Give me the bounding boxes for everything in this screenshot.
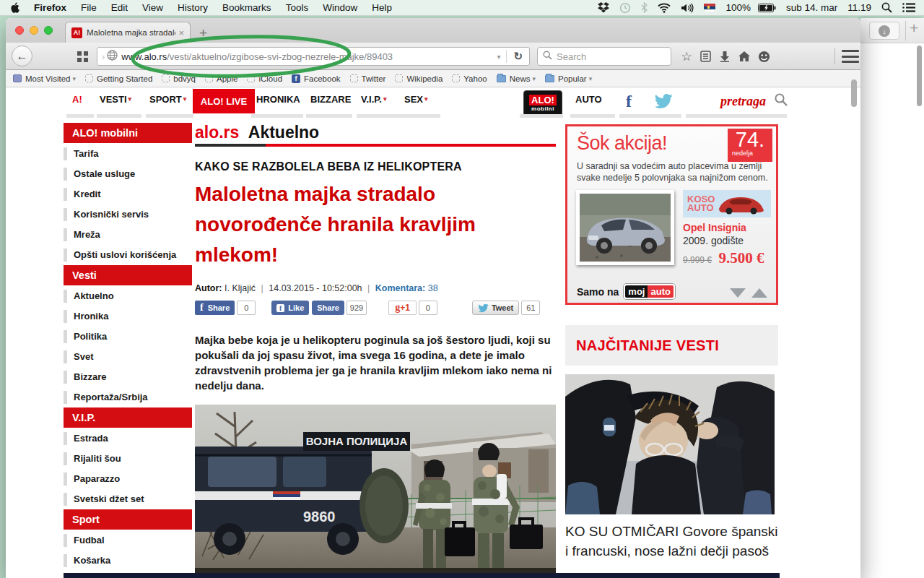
bookmark-getting-started[interactable]: Getting Started — [85, 74, 152, 83]
sitenav-sport[interactable]: SPORT▾ — [149, 94, 186, 105]
sitenav-vesti[interactable]: VESTI▾ — [100, 94, 131, 105]
sidebar-item-ostale-usluge[interactable]: Ostale usluge — [64, 164, 192, 184]
menubar-view[interactable]: View — [135, 2, 170, 13]
breadcrumb-site[interactable]: alo.rs — [195, 123, 239, 142]
bookmark-wikipedia[interactable]: Wikipedia — [395, 74, 443, 83]
breadcrumb-section[interactable]: Aktuelno — [248, 123, 319, 142]
sidebar-header-vesti[interactable]: Vesti — [64, 265, 192, 285]
sidebar-item-politika[interactable]: Politika — [64, 327, 192, 347]
sitenav-hronika[interactable]: HRONIKA — [256, 94, 300, 105]
facebook-like-button[interactable]: fLike — [271, 301, 309, 315]
facebook-icon[interactable]: f — [626, 92, 642, 111]
bookmark-bdvyq[interactable]: bdvyq — [162, 74, 196, 83]
notification-center-icon[interactable] — [897, 3, 924, 12]
mojauto-logo[interactable]: mojauto — [624, 284, 675, 299]
bookmark-folder-popular[interactable]: Popular▾ — [545, 74, 592, 83]
sitenav-alo-mobilni-logo[interactable]: ALO! mobilni — [523, 90, 562, 116]
window-zoom-button[interactable] — [44, 26, 53, 35]
ad-carousel-arrows[interactable] — [730, 288, 767, 298]
window-close-button[interactable] — [15, 26, 24, 35]
ad-car-photo[interactable] — [576, 190, 674, 265]
bookmarks-menu-icon[interactable] — [697, 49, 713, 64]
sitenav-auto[interactable]: AUTO — [575, 94, 602, 105]
new-tab-button[interactable]: + — [195, 25, 212, 41]
sitenav-bizzare[interactable]: BIZZARE — [310, 94, 351, 105]
tab-close-icon[interactable]: × — [178, 27, 184, 38]
sidebar-item-svet[interactable]: Svet — [64, 347, 192, 367]
sidebar-item-bizzare[interactable]: Bizzare — [64, 367, 192, 387]
sidebar-item-aktuelno[interactable]: Aktuelno — [64, 286, 192, 306]
url-dropdown-icon[interactable]: ▾ — [491, 53, 506, 61]
background-download-button[interactable]: ↓ — [869, 22, 899, 40]
facebook-share-button[interactable]: fShare — [195, 301, 235, 315]
input-language-flag-icon[interactable] — [699, 4, 720, 12]
sidebar-header-sport[interactable]: Sport — [64, 509, 192, 530]
downloads-icon[interactable] — [717, 49, 733, 64]
url-bar[interactable]: › www.alo.rs/vesti/aktuelno/izgibose-svi… — [97, 47, 530, 66]
bookmark-twitter[interactable]: Twitter — [350, 74, 386, 83]
window-minimize-button[interactable] — [30, 26, 38, 35]
back-button[interactable]: ← — [12, 46, 32, 66]
active-tab[interactable]: A! Maloletna majka stradalo n... × — [65, 22, 191, 43]
time-machine-icon[interactable] — [614, 2, 636, 14]
sidebar-item-opsti-uslovi[interactable]: Opšti uslovi korišćenja — [64, 245, 192, 265]
comments-count[interactable]: 38 — [428, 283, 438, 293]
tweet-button[interactable]: Tweet — [472, 301, 519, 315]
search-bar[interactable]: Search — [537, 47, 671, 66]
url-text[interactable]: www.alo.rs/vesti/aktuelno/izgibose-svi-z… — [121, 51, 491, 62]
sitenav-vip[interactable]: V.I.P.▾ — [361, 94, 386, 105]
bookmark-apple[interactable]: Apple — [205, 74, 237, 83]
menubar-edit[interactable]: Edit — [104, 2, 135, 13]
sidebar-item-mreza[interactable]: Mreža — [64, 225, 192, 245]
bluetooth-icon[interactable] — [636, 2, 653, 13]
sitenav-logo-a[interactable]: A! — [72, 94, 82, 105]
sitenav-alo-live[interactable]: ALO! LIVE — [193, 89, 255, 113]
sidebar-item-estrada[interactable]: Estrada — [64, 428, 192, 449]
menubar-file[interactable]: File — [74, 2, 104, 13]
reload-button[interactable]: ↻ — [507, 50, 529, 63]
page-scrollbar[interactable] — [851, 79, 857, 107]
bookmark-most-visited[interactable]: Most Visited▾ — [13, 74, 76, 83]
apple-menu-icon[interactable] — [0, 2, 27, 13]
menubar-history[interactable]: History — [170, 2, 215, 13]
facebook-share2-button[interactable]: Share — [312, 301, 344, 315]
bookmark-folder-news[interactable]: News▾ — [497, 74, 536, 83]
smiley-extension-icon[interactable] — [756, 49, 772, 64]
tab-groups-icon[interactable] — [72, 48, 92, 64]
background-new-tab-button[interactable]: + — [910, 20, 918, 37]
sidebar-item-rijaliti-sou[interactable]: Rijaliti šou — [64, 449, 192, 469]
volume-icon[interactable] — [676, 3, 699, 13]
sidebar-header-vip[interactable]: V.I.P. — [64, 407, 192, 428]
bookmark-icloud[interactable]: iCloud — [247, 74, 282, 83]
menubar-clock[interactable]: 11.19 — [842, 2, 876, 13]
arrow-up-icon[interactable] — [751, 288, 767, 298]
search-icon[interactable] — [775, 93, 788, 109]
spotlight-icon[interactable] — [876, 2, 897, 13]
bookmark-yahoo[interactable]: Yahoo — [452, 74, 487, 83]
most-read-headline[interactable]: KO SU OTMIČARI Govore španski i francusk… — [565, 522, 778, 561]
site-identity-globe-icon[interactable] — [107, 50, 118, 63]
background-window-scrollbar[interactable] — [917, 46, 922, 106]
dropbox-icon[interactable] — [593, 2, 614, 13]
menubar-help[interactable]: Help — [365, 2, 399, 13]
menu-hamburger-icon[interactable] — [842, 50, 859, 63]
google-plus-one-button[interactable]: g+1 — [388, 301, 417, 315]
wifi-icon[interactable] — [653, 3, 676, 13]
sidebar-item-tarifa[interactable]: Tarifa — [64, 144, 192, 164]
sidebar-item-kredit[interactable]: Kredit — [64, 184, 192, 204]
sidebar-item-hronika[interactable]: Hronika — [64, 306, 192, 327]
comments-label[interactable]: Komentara: — [375, 283, 425, 293]
sitenav-sex[interactable]: SEX▾ — [404, 94, 428, 105]
sidebar-item-svetski-dzet-set[interactable]: Svetski džet set — [64, 489, 192, 509]
most-read-photo[interactable] — [565, 374, 775, 514]
ad-banner[interactable]: Šok akcija! 74. nedelja U saradnji sa vo… — [565, 124, 778, 305]
sidebar-item-reportaza-srbija[interactable]: Reportaža/Srbija — [64, 387, 192, 407]
menubar-bookmarks[interactable]: Bookmarks — [215, 2, 279, 13]
menubar-tools[interactable]: Tools — [279, 2, 316, 13]
site-search[interactable]: pretraga — [720, 93, 788, 109]
bookmark-facebook[interactable]: fFacebook — [292, 74, 341, 83]
sidebar-item-paparazzo[interactable]: Paparazzo — [64, 469, 192, 489]
sidebar-item-kosarka[interactable]: Košarka — [64, 551, 192, 571]
menubar-date[interactable]: sub 14. mar — [781, 2, 842, 13]
arrow-down-icon[interactable] — [730, 288, 746, 298]
